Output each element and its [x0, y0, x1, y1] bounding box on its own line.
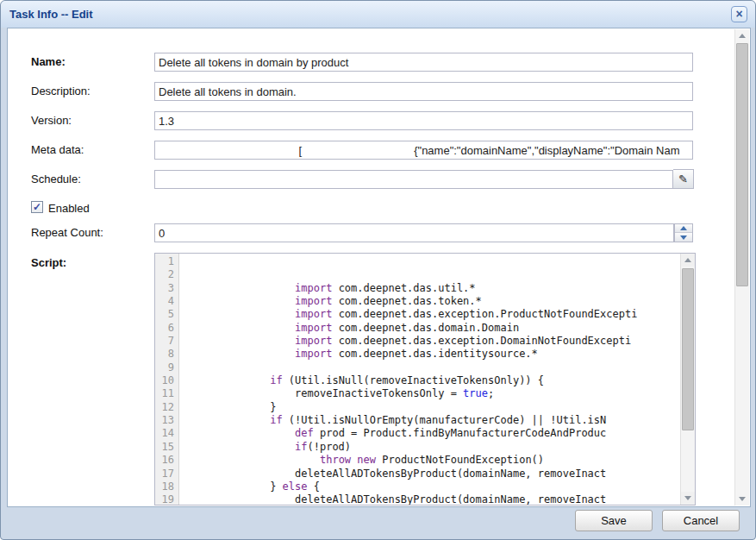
triangle-up-icon — [739, 34, 746, 38]
dialog-scrollbar-thumb[interactable] — [736, 43, 748, 286]
name-input[interactable] — [154, 53, 693, 72]
description-input[interactable] — [154, 82, 693, 101]
repeat-count-input[interactable] — [154, 223, 674, 242]
repeat-count-stepper — [674, 223, 693, 242]
schedule-label: Schedule: — [31, 173, 81, 185]
script-code[interactable]: import com.deepnet.das.util.* import com… — [179, 254, 680, 505]
task-info-dialog: Task Info -- Edit × Name: Description: V… — [0, 0, 756, 540]
dialog-titlebar: Task Info -- Edit × — [1, 1, 755, 28]
schedule-edit-button[interactable]: ✎ — [673, 169, 694, 189]
dialog-scrollbar[interactable] — [734, 29, 749, 505]
spinner-up-button[interactable] — [675, 224, 692, 233]
script-scrollbar-thumb[interactable] — [682, 268, 694, 430]
script-editor[interactable]: 12345678910111213141516171819 import com… — [154, 253, 696, 505]
scroll-down-button[interactable] — [681, 492, 695, 505]
script-label: Script: — [31, 256, 66, 269]
schedule-input[interactable] — [154, 170, 673, 189]
checkbox-checked-icon: ✓ — [33, 201, 41, 213]
cancel-button[interactable]: Cancel — [662, 510, 740, 531]
close-icon: × — [735, 7, 742, 21]
description-label: Description: — [31, 85, 91, 97]
name-label: Name: — [31, 55, 66, 68]
close-button[interactable]: × — [731, 6, 747, 22]
enabled-checkbox[interactable]: ✓ — [31, 201, 43, 213]
chevron-down-icon — [680, 235, 687, 240]
scroll-up-button[interactable] — [681, 254, 695, 267]
repeat-count-label: Repeat Count: — [31, 226, 103, 239]
pencil-icon: ✎ — [678, 173, 688, 185]
spinner-down-button[interactable] — [675, 233, 692, 242]
dialog-scroll-up-button[interactable] — [735, 29, 749, 42]
chevron-up-icon — [680, 226, 687, 230]
version-label: Version: — [31, 114, 72, 127]
triangle-up-icon — [684, 258, 691, 262]
meta-data-label: Meta data: — [31, 143, 84, 156]
meta-data-input[interactable] — [154, 141, 693, 160]
script-gutter: 12345678910111213141516171819 — [155, 254, 179, 505]
triangle-down-icon — [684, 496, 691, 500]
dialog-scroll-down-button[interactable] — [735, 493, 749, 505]
version-input[interactable] — [154, 111, 693, 130]
dialog-footer: Save Cancel — [575, 510, 740, 531]
save-button[interactable]: Save — [575, 510, 653, 531]
dialog-body: Name: Description: Version: Meta data: S… — [7, 28, 751, 507]
script-scrollbar[interactable] — [680, 254, 695, 505]
enabled-label[interactable]: Enabled — [48, 202, 90, 215]
dialog-title: Task Info -- Edit — [9, 8, 93, 21]
triangle-down-icon — [739, 497, 746, 501]
